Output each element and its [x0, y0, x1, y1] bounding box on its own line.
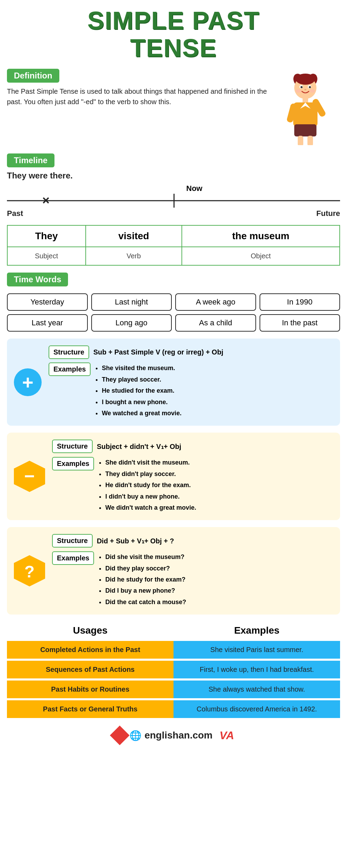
examples-row: Examples Did she visit the museum?Did th…	[52, 551, 333, 608]
usage-cell: Sequences of Past Actions	[7, 661, 174, 678]
question-content: Structure Did + Sub + V₁+ Obj + ? Exampl…	[52, 534, 333, 608]
usages-header: Usages Examples	[7, 621, 340, 640]
time-word-chip: Long ago	[91, 314, 172, 332]
question-hexagon: ?	[14, 555, 45, 586]
definition-text: The Past Simple Tense is used to talk ab…	[7, 86, 271, 107]
usage-cell: Past Habits or Routines	[7, 681, 174, 698]
list-item: Did she visit the museum?	[105, 551, 186, 562]
footer-website: englishan.com	[144, 730, 212, 741]
structure-row: Structure Did + Sub + V₁+ Obj + ?	[52, 534, 333, 548]
time-word-chip: Yesterday	[7, 293, 88, 311]
question-box: ? Structure Did + Sub + V₁+ Obj + ? Exam…	[7, 527, 340, 615]
example-cell: Columbus discovered America in 1492.	[174, 700, 340, 718]
time-words-section: Time Words YesterdayLast nightA week ago…	[7, 273, 340, 332]
footer-logo: VA	[219, 729, 234, 742]
timeline-now-tick	[174, 194, 175, 208]
negative-box: − Structure Subject + didn't + V₁+ Obj E…	[7, 433, 340, 520]
svg-rect-11	[303, 98, 308, 103]
svg-point-8	[304, 89, 306, 90]
svg-point-3	[296, 74, 315, 85]
time-word-chip: Last night	[91, 293, 172, 311]
time-word-chip: A week ago	[175, 293, 256, 311]
question-examples-label: Examples	[52, 551, 94, 565]
structure-row: Structure Subject + didn't + V₁+ Obj	[52, 440, 333, 453]
svg-point-10	[310, 89, 315, 93]
table-row: Completed Actions in the PastShe visited…	[7, 641, 340, 659]
svg-rect-19	[307, 136, 313, 145]
timeline-sentence: They were there.	[7, 171, 340, 181]
object-label: Object	[182, 247, 340, 265]
negative-examples-label: Examples	[52, 457, 94, 470]
list-item: He studied for the exam.	[102, 385, 181, 396]
list-item: Did the cat catch a mouse?	[105, 596, 186, 608]
list-item: Did they play soccer?	[105, 563, 186, 574]
positive-examples-label: Examples	[49, 362, 91, 376]
timeline-badge: Timeline	[7, 153, 54, 167]
footer-diamond	[110, 726, 130, 745]
usages-table: Completed Actions in the PastShe visited…	[7, 641, 340, 718]
verb-cell: visited	[86, 225, 182, 247]
timeline-x-marker: ✕	[42, 195, 50, 207]
time-word-chip: In the past	[260, 314, 340, 332]
subject-cell: They	[7, 225, 86, 247]
svg-text:−: −	[24, 466, 35, 486]
future-label: Future	[316, 209, 340, 218]
table-row: Subject Verb Object	[7, 247, 340, 265]
question-examples-list: Did she visit the museum?Did they play s…	[98, 551, 186, 608]
list-item: He didn't study for the exam.	[105, 479, 196, 491]
list-item: She visited the museum.	[102, 362, 181, 374]
q-structure-label: Structure	[52, 534, 93, 548]
example-cell: She always watched that show.	[174, 681, 340, 698]
question-sign-container: ?	[14, 555, 45, 586]
positive-formula: Sub + Past Simple V (reg or irreg) + Obj	[93, 345, 223, 359]
svg-rect-12	[293, 102, 318, 127]
svg-point-7	[309, 86, 311, 88]
plus-sign: +	[14, 368, 42, 396]
table-row: Sequences of Past ActionsFirst, I woke u…	[7, 661, 340, 678]
timeline-container: Now ✕ Past Future	[7, 184, 340, 218]
list-item: She didn't visit the museum.	[105, 457, 196, 468]
definition-content: Definition The Past Simple Tense is used…	[7, 69, 271, 107]
girl-svg	[278, 69, 333, 145]
table-row: They visited the museum	[7, 225, 340, 247]
svg-point-9	[296, 89, 301, 93]
negative-examples-list: She didn't visit the museum.They didn't …	[98, 457, 196, 513]
time-word-chip: In 1990	[260, 293, 340, 311]
svs-table: They visited the museum Subject Verb Obj…	[7, 225, 340, 266]
examples-row: Examples She didn't visit the museum.The…	[52, 457, 333, 513]
neg-structure-label: Structure	[52, 440, 93, 453]
positive-box: + Structure Sub + Past Simple V (reg or …	[7, 339, 340, 426]
svg-point-6	[301, 86, 303, 88]
now-label: Now	[49, 184, 340, 193]
positive-examples-list: She visited the museum.They played socce…	[95, 362, 181, 419]
usage-cell: Completed Actions in the Past	[7, 641, 174, 659]
list-item: We watched a great movie.	[102, 408, 181, 419]
girl-illustration	[278, 69, 340, 147]
question-formula: Did + Sub + V₁+ Obj + ?	[97, 534, 174, 548]
usages-header-left: Usages	[7, 621, 174, 640]
past-label: Past	[7, 209, 23, 218]
structure-row: Structure Sub + Past Simple V (reg or ir…	[49, 345, 333, 359]
negative-content: Structure Subject + didn't + V₁+ Obj Exa…	[52, 440, 333, 513]
footer: 🌐 englishan.com VA	[7, 725, 340, 742]
negative-formula: Subject + didn't + V₁+ Obj	[97, 440, 181, 453]
minus-hexagon: −	[14, 461, 45, 492]
timeline-section: Timeline They were there. Now ✕ Past Fut…	[7, 153, 340, 266]
list-item: I bought a new phone.	[102, 397, 181, 408]
structure-section: + Structure Sub + Past Simple V (reg or …	[7, 339, 340, 615]
subject-label: Subject	[7, 247, 86, 265]
timeline-line: ✕	[7, 194, 340, 208]
main-title: SIMPLE PAST TENSE	[7, 7, 340, 62]
positive-content: Structure Sub + Past Simple V (reg or ir…	[49, 345, 333, 419]
example-cell: First, I woke up, then I had breakfast.	[174, 661, 340, 678]
header-section: Definition The Past Simple Tense is used…	[7, 69, 340, 147]
definition-badge: Definition	[7, 69, 59, 83]
time-words-grid: YesterdayLast nightA week agoIn 1990Last…	[7, 293, 340, 332]
footer-brand: 🌐 englishan.com	[113, 728, 212, 742]
list-item: We didn't watch a great movie.	[105, 502, 196, 513]
list-item: Did he study for the exam?	[105, 574, 186, 585]
usage-cell: Past Facts or General Truths	[7, 700, 174, 718]
usages-header-right: Examples	[174, 621, 340, 640]
table-row: Past Habits or RoutinesShe always watche…	[7, 681, 340, 698]
verb-label: Verb	[86, 247, 182, 265]
